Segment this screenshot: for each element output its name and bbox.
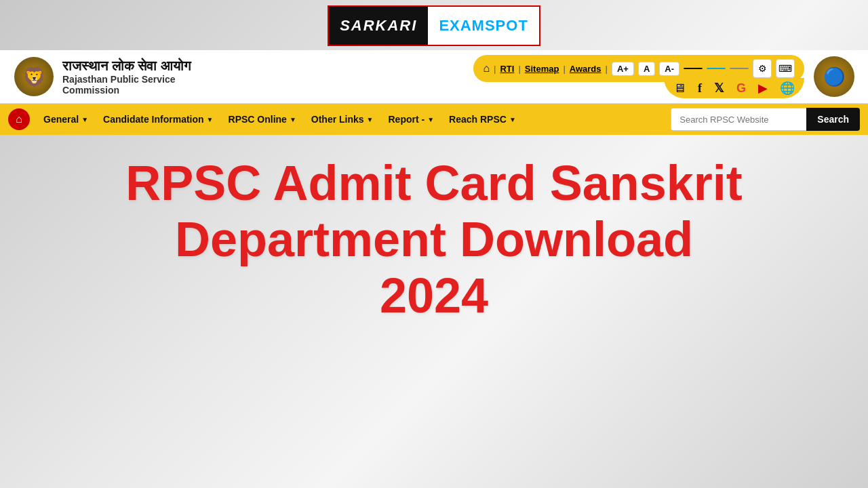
emblem: 🦁 (14, 53, 54, 100)
cyan-theme-btn[interactable] (707, 68, 726, 69)
search-input[interactable] (671, 108, 806, 131)
google-icon[interactable]: G (736, 81, 746, 96)
font-normal-btn[interactable]: A (638, 62, 655, 76)
nav-reach-rpsc[interactable]: Reach RPSC ▼ (442, 110, 523, 129)
sarkari-examspot-logo[interactable]: SARKARI EXAMSPOT (328, 5, 540, 46)
header-text: राजस्थान लोक सेवा आयोग Rajasthan Public … (62, 58, 191, 96)
rti-link[interactable]: RTI (500, 64, 514, 74)
utility-wrapper: ⌂ | RTI | Sitemap | Awards | A+ A A- ⚙ ⌨… (473, 55, 804, 98)
sitemap-link[interactable]: Sitemap (525, 64, 559, 74)
main-content: RPSC Admit Card Sanskrit Department Down… (0, 135, 868, 337)
nav-other-links[interactable]: Other Links ▼ (304, 110, 380, 129)
social-row: 🖥 f 𝕏 G ▶ 🌐 (664, 78, 804, 98)
report-dropdown-arrow: ▼ (427, 116, 434, 123)
search-button[interactable]: Search (806, 108, 860, 131)
title-line-3: 2024 (125, 268, 743, 324)
gray-theme-btn[interactable] (730, 68, 749, 69)
title-line-2: Department Download (125, 211, 743, 268)
reach-rpsc-dropdown-arrow: ▼ (509, 116, 516, 123)
globe-icon[interactable]: 🌐 (780, 81, 795, 96)
logo-bar: SARKARI EXAMSPOT (0, 0, 868, 50)
nav-report[interactable]: Report - ▼ (381, 110, 441, 129)
title-line-1: RPSC Admit Card Sanskrit (125, 155, 743, 211)
monitor-social-icon[interactable]: 🖥 (673, 81, 686, 96)
header-right-seal: 🔵 (814, 56, 854, 97)
nav-search-area: Search (671, 108, 860, 131)
nav-rpsc-online[interactable]: RPSC Online ▼ (222, 110, 303, 129)
home-icon[interactable]: ⌂ (483, 62, 490, 75)
youtube-icon[interactable]: ▶ (758, 81, 768, 96)
header-logo: 🦁 राजस्थान लोक सेवा आयोग Rajasthan Publi… (14, 53, 473, 100)
nav-home-button[interactable]: ⌂ (8, 108, 30, 130)
nav-general[interactable]: General ▼ (37, 110, 95, 129)
font-large-btn[interactable]: A+ (612, 62, 634, 76)
nav-candidate-information[interactable]: Candidate Information ▼ (96, 110, 220, 129)
nav-bar: ⌂ General ▼ Candidate Information ▼ RPSC… (0, 104, 868, 135)
main-title: RPSC Admit Card Sanskrit Department Down… (125, 155, 743, 323)
facebook-icon[interactable]: f (698, 81, 702, 96)
font-small-btn[interactable]: A- (659, 62, 679, 76)
other-links-dropdown-arrow: ▼ (367, 116, 374, 123)
english-title: Rajasthan Public Service Commission (62, 74, 191, 96)
examspot-text: EXAMSPOT (428, 7, 538, 45)
rpsc-online-dropdown-arrow: ▼ (290, 116, 296, 123)
awards-link[interactable]: Awards (570, 64, 601, 74)
hindi-title: राजस्थान लोक सेवा आयोग (62, 58, 191, 74)
candidate-dropdown-arrow: ▼ (207, 116, 214, 123)
keyboard-icon[interactable]: ⌨ (776, 59, 795, 78)
twitter-x-icon[interactable]: 𝕏 (714, 81, 724, 96)
general-dropdown-arrow: ▼ (81, 116, 88, 123)
sarkari-text: SARKARI (329, 7, 428, 45)
seal-emblem: 🔵 (814, 56, 854, 97)
header-bar: 🦁 राजस्थान लोक सेवा आयोग Rajasthan Publi… (0, 50, 868, 104)
emblem-icon: 🦁 (14, 57, 54, 96)
dark-theme-btn[interactable] (684, 68, 703, 69)
home-nav-icon: ⌂ (16, 113, 22, 125)
gear-icon[interactable]: ⚙ (753, 59, 772, 78)
